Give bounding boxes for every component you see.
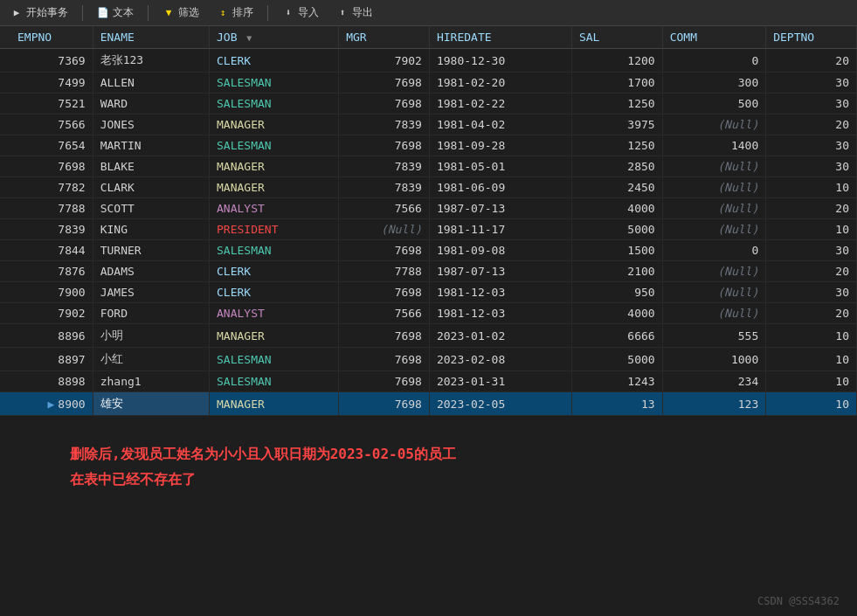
- table-row[interactable]: 7521WARDSALESMAN76981981-02-22125050030: [0, 93, 857, 114]
- table-row[interactable]: 7369老张123CLERK79021980-12-301200020: [0, 49, 857, 73]
- col-header-ename[interactable]: ENAME: [93, 26, 209, 49]
- cell-empno: 7499: [0, 73, 93, 93]
- cell-hiredate: 1981-06-09: [429, 177, 571, 198]
- col-header-empno[interactable]: EMPNO: [0, 26, 93, 49]
- cell-mgr: 7698: [339, 348, 430, 371]
- cell-empno: 7839: [0, 219, 93, 240]
- table-row[interactable]: 7788SCOTTANALYST75661987-07-134000(Null)…: [0, 198, 857, 219]
- text-button[interactable]: 📄 文本: [93, 3, 137, 22]
- cell-ename: 小明: [93, 324, 209, 348]
- cell-mgr: 7698: [339, 135, 430, 156]
- cell-sal: 950: [571, 282, 662, 303]
- cell-empno: 7698: [0, 156, 93, 177]
- table-row[interactable]: 7654MARTINSALESMAN76981981-09-2812501400…: [0, 135, 857, 156]
- table-row[interactable]: 7566JONESMANAGER78391981-04-023975(Null)…: [0, 114, 857, 135]
- cell-mgr: 7566: [339, 198, 430, 219]
- toolbar-divider-3: [267, 5, 268, 21]
- cell-ename: CLARK: [93, 177, 209, 198]
- cell-ename: KING: [93, 219, 209, 240]
- table-row[interactable]: ▶8900雄安MANAGER76982023-02-051312310: [0, 392, 857, 416]
- toolbar-divider-2: [148, 5, 149, 21]
- cell-deptno: 10: [766, 177, 857, 198]
- message-line2: 在表中已经不存在了: [70, 467, 787, 493]
- col-header-mgr[interactable]: MGR: [339, 26, 430, 49]
- cell-empno: 8898: [0, 371, 93, 392]
- cell-job: ANALYST: [210, 303, 339, 324]
- cell-hiredate: 1981-05-01: [429, 156, 571, 177]
- cell-sal: 1250: [571, 93, 662, 114]
- import-button[interactable]: ⬇ 导入: [279, 3, 322, 22]
- filter-button[interactable]: ▼ 筛选: [159, 3, 203, 22]
- cell-ename: TURNER: [93, 240, 209, 261]
- cell-sal: 2850: [571, 156, 662, 177]
- cell-empno: 7844: [0, 240, 93, 261]
- table-row[interactable]: 7902FORDANALYST75661981-12-034000(Null)2…: [0, 303, 857, 324]
- table-row[interactable]: 7782CLARKMANAGER78391981-06-092450(Null)…: [0, 177, 857, 198]
- cell-mgr: 7839: [339, 177, 430, 198]
- sort-desc-icon: ▼: [246, 33, 252, 43]
- cell-comm: (Null): [662, 219, 766, 240]
- table-row[interactable]: 7876ADAMSCLERK77881987-07-132100(Null)20: [0, 261, 857, 282]
- cell-deptno: 10: [766, 392, 857, 416]
- cell-deptno: 10: [766, 371, 857, 392]
- col-header-job[interactable]: JOB ▼: [210, 26, 339, 49]
- cell-hiredate: 1981-09-28: [429, 135, 571, 156]
- col-header-sal[interactable]: SAL: [571, 26, 662, 49]
- cell-sal: 1243: [571, 371, 662, 392]
- message-line1: 删除后,发现员工姓名为小小且入职日期为2023-02-05的员工: [70, 442, 787, 467]
- cell-mgr: 7698: [339, 371, 430, 392]
- cell-mgr: 7698: [339, 392, 430, 416]
- cell-mgr: 7566: [339, 303, 430, 324]
- filter-icon: ▼: [162, 7, 175, 19]
- cell-hiredate: 2023-02-08: [429, 348, 571, 371]
- cell-comm: (Null): [662, 177, 766, 198]
- cell-hiredate: 1981-09-08: [429, 240, 571, 261]
- sort-button[interactable]: ↕ 排序: [213, 3, 257, 22]
- cell-deptno: 30: [766, 156, 857, 177]
- cell-comm: (Null): [662, 156, 766, 177]
- cell-comm: (Null): [662, 198, 766, 219]
- cell-job: SALESMAN: [210, 348, 339, 371]
- cell-ename: SCOTT: [93, 198, 209, 219]
- table-row[interactable]: 7839KINGPRESIDENT(Null)1981-11-175000(Nu…: [0, 219, 857, 240]
- footer: CSDN @SSS4362: [757, 595, 840, 607]
- cell-comm: (Null): [662, 261, 766, 282]
- cell-deptno: 30: [766, 73, 857, 93]
- table-row[interactable]: 7499ALLENSALESMAN76981981-02-20170030030: [0, 73, 857, 93]
- cell-empno: 7788: [0, 198, 93, 219]
- cell-hiredate: 1987-07-13: [429, 198, 571, 219]
- cell-ename: ALLEN: [93, 73, 209, 93]
- table-row[interactable]: 7900JAMESCLERK76981981-12-03950(Null)30: [0, 282, 857, 303]
- cell-ename: BLAKE: [93, 156, 209, 177]
- cell-empno: 7654: [0, 135, 93, 156]
- cell-ename: ADAMS: [93, 261, 209, 282]
- cell-hiredate: 2023-01-02: [429, 324, 571, 348]
- cell-hiredate: 1981-04-02: [429, 114, 571, 135]
- cell-job: SALESMAN: [210, 73, 339, 93]
- start-transaction-button[interactable]: ▶ 开始事务: [7, 3, 72, 22]
- col-header-hiredate[interactable]: HIREDATE: [429, 26, 571, 49]
- cell-job: PRESIDENT: [210, 219, 339, 240]
- col-header-comm[interactable]: COMM: [662, 26, 766, 49]
- table-header: EMPNO ENAME JOB ▼ MGR HIREDATE SAL: [0, 26, 857, 49]
- cell-deptno: 20: [766, 114, 857, 135]
- cell-hiredate: 1981-02-22: [429, 93, 571, 114]
- cell-mgr: 7698: [339, 240, 430, 261]
- col-header-deptno[interactable]: DEPTNO: [766, 26, 857, 49]
- cell-deptno: 10: [766, 348, 857, 371]
- table-row[interactable]: 7698BLAKEMANAGER78391981-05-012850(Null)…: [0, 156, 857, 177]
- cell-job: SALESMAN: [210, 371, 339, 392]
- cell-sal: 1500: [571, 240, 662, 261]
- cell-deptno: 20: [766, 261, 857, 282]
- cell-job: CLERK: [210, 49, 339, 73]
- cell-deptno: 30: [766, 93, 857, 114]
- cell-comm: 0: [662, 240, 766, 261]
- table-row[interactable]: 8896小明MANAGER76982023-01-02666655510: [0, 324, 857, 348]
- cell-mgr: 7698: [339, 93, 430, 114]
- table-row[interactable]: 7844TURNERSALESMAN76981981-09-081500030: [0, 240, 857, 261]
- cell-job: CLERK: [210, 282, 339, 303]
- table-row[interactable]: 8898zhang1SALESMAN76982023-01-3112432341…: [0, 371, 857, 392]
- cell-hiredate: 1981-12-03: [429, 303, 571, 324]
- export-button[interactable]: ⬆ 导出: [333, 3, 377, 22]
- table-row[interactable]: 8897小红SALESMAN76982023-02-085000100010: [0, 348, 857, 371]
